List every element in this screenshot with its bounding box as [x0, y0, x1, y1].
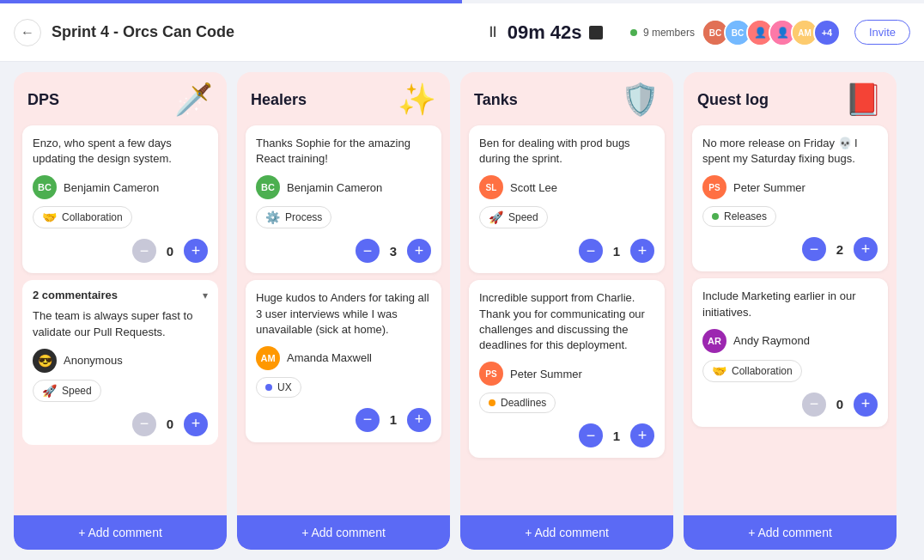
- add-comment-healers[interactable]: + Add comment: [237, 515, 450, 550]
- chevron-down-icon: ▾: [203, 289, 208, 301]
- vote-plus-quest-1[interactable]: +: [854, 237, 878, 261]
- vote-minus-tanks-2[interactable]: −: [579, 423, 603, 447]
- members-section: 9 members BC BC 👤 👤 AM +4 Invite: [630, 19, 910, 46]
- add-comment-quest-log[interactable]: + Add comment: [684, 515, 897, 550]
- user-row-tanks-1: SL Scott Lee: [479, 175, 654, 199]
- releases-dot: [712, 213, 719, 220]
- vote-row-healers-2: − 1 +: [256, 408, 431, 432]
- members-count: 9 members: [643, 27, 695, 39]
- vote-minus-healers-2[interactable]: −: [356, 408, 380, 432]
- tag-collaboration-dps: 🤝 Collaboration: [33, 206, 132, 228]
- vote-row-comment-dps: − 0 +: [33, 412, 208, 436]
- tag-releases-quest: Releases: [702, 206, 776, 227]
- header: ← Sprint 4 - Orcs Can Code ⏸ 09m 42s 9 m…: [0, 3, 924, 62]
- vote-minus-quest-2[interactable]: −: [802, 393, 826, 417]
- deadlines-dot: [489, 399, 495, 406]
- cards-area-quest-log: No more release on Friday 💀 I spent my S…: [684, 122, 897, 512]
- vote-plus-comment-dps[interactable]: +: [184, 412, 208, 436]
- vote-plus-tanks-2[interactable]: +: [630, 423, 654, 447]
- column-quest-log-header: Quest log 📕: [684, 72, 897, 122]
- add-comment-dps[interactable]: + Add comment: [14, 515, 227, 550]
- members-dot: [630, 29, 637, 36]
- tag-ux-label: UX: [277, 381, 292, 393]
- tag-process-label: Process: [285, 211, 322, 223]
- column-quest-log-title: Quest log: [697, 91, 769, 109]
- user-name-tanks-1: Scott Lee: [510, 181, 557, 194]
- back-button[interactable]: ←: [14, 19, 41, 46]
- tanks-icon: 🛡️: [621, 84, 660, 115]
- vote-count-tanks-2: 1: [610, 429, 623, 443]
- vote-plus-healers-1[interactable]: +: [407, 239, 431, 263]
- pause-button[interactable]: ⏸: [485, 23, 501, 41]
- column-healers-header: Healers ✨: [237, 72, 450, 122]
- vote-row-healers-1: − 3 +: [256, 239, 431, 263]
- avatar-bc-healers: BC: [256, 175, 280, 199]
- user-name-healers-2: Amanda Maxwell: [287, 351, 372, 364]
- vote-row-quest-1: − 2 +: [702, 237, 878, 261]
- user-name-quest-1: Peter Summer: [733, 181, 805, 194]
- user-name-healers-1: Benjamin Cameron: [287, 181, 382, 194]
- vote-plus-dps-1[interactable]: +: [184, 239, 208, 263]
- members-label: 9 members: [630, 27, 695, 39]
- user-row-quest-1: PS Peter Summer: [702, 175, 878, 199]
- vote-row-quest-2: − 0 +: [702, 393, 878, 417]
- sprint-title: Sprint 4 - Orcs Can Code: [52, 23, 234, 41]
- vote-plus-tanks-1[interactable]: +: [630, 239, 654, 263]
- card-tanks-1-text: Ben for dealing with prod bugs during th…: [479, 136, 654, 167]
- vote-count-quest-2: 0: [833, 397, 847, 411]
- vote-row-tanks-1: − 1 +: [479, 239, 654, 263]
- quest-log-icon: 📕: [844, 84, 883, 115]
- user-name-dps-1: Benjamin Cameron: [64, 181, 159, 194]
- tag-speed-tanks-label: Speed: [508, 211, 538, 223]
- card-dps-1: Enzo, who spent a few days updating the …: [22, 125, 218, 273]
- speed-icon-tanks: 🚀: [489, 210, 503, 224]
- collaboration-icon-quest: 🤝: [712, 364, 726, 378]
- card-healers-1-text: Thanks Sophie for the amazing React trai…: [256, 136, 431, 167]
- vote-plus-quest-2[interactable]: +: [854, 393, 878, 417]
- card-healers-2-text: Huge kudos to Anders for taking all 3 us…: [256, 290, 431, 338]
- speed-icon: 🚀: [42, 384, 57, 398]
- vote-minus-dps-1[interactable]: −: [132, 239, 156, 263]
- tag-releases-label: Releases: [724, 210, 767, 222]
- card-healers-2: Huge kudos to Anders for taking all 3 us…: [246, 280, 441, 442]
- invite-button[interactable]: Invite: [854, 20, 910, 45]
- comments-count-dps: 2 commentaires: [33, 289, 118, 301]
- collaboration-icon: 🤝: [42, 210, 57, 224]
- user-row-healers-1: BC Benjamin Cameron: [256, 175, 431, 199]
- timer-seconds: 42: [550, 21, 571, 43]
- comment-text-dps: The team is always super fast to validat…: [33, 308, 208, 339]
- cards-area-dps: Enzo, who spent a few days updating the …: [14, 122, 227, 512]
- vote-minus-tanks-1[interactable]: −: [579, 239, 603, 263]
- avatar-ps-tanks: PS: [479, 362, 503, 386]
- svg-text:👤: 👤: [775, 26, 788, 39]
- timer-m: m: [528, 21, 545, 43]
- cards-area-healers: Thanks Sophie for the amazing React trai…: [237, 122, 450, 512]
- timer-display: 09m 42s: [508, 21, 582, 44]
- vote-row-tanks-2: − 1 +: [479, 423, 654, 447]
- avatar-ps-quest: PS: [702, 175, 726, 199]
- card-quest-2-text: Include Marketing earlier in our initiat…: [702, 289, 878, 320]
- column-dps: DPS 🗡️ Enzo, who spent a few days updati…: [14, 72, 227, 550]
- column-dps-header: DPS 🗡️: [14, 72, 227, 122]
- vote-count-comment-dps: 0: [163, 417, 177, 431]
- user-row-tanks-2: PS Peter Summer: [479, 362, 654, 386]
- vote-minus-quest-1[interactable]: −: [802, 237, 826, 261]
- vote-row-dps-1: − 0 +: [33, 239, 208, 263]
- ux-dot: [265, 384, 272, 391]
- vote-count-quest-1: 2: [833, 242, 847, 257]
- stop-button[interactable]: [589, 26, 603, 40]
- card-tanks-1: Ben for dealing with prod bugs during th…: [469, 125, 665, 273]
- vote-minus-comment-dps[interactable]: −: [132, 412, 156, 436]
- svg-text:AM: AM: [798, 28, 812, 38]
- column-healers-title: Healers: [251, 91, 307, 109]
- vote-minus-healers-1[interactable]: −: [356, 239, 380, 263]
- user-row-healers-2: AM Amanda Maxwell: [256, 346, 431, 370]
- comments-toggle-dps[interactable]: 2 commentaires ▾: [33, 289, 208, 301]
- vote-plus-healers-2[interactable]: +: [407, 408, 431, 432]
- user-name-tanks-2: Peter Summer: [510, 368, 582, 380]
- vote-count-dps-1: 0: [163, 244, 177, 259]
- card-quest-1: No more release on Friday 💀 I spent my S…: [692, 125, 888, 271]
- vote-count-healers-1: 3: [386, 244, 400, 259]
- card-healers-1: Thanks Sophie for the amazing React trai…: [246, 125, 441, 273]
- add-comment-tanks[interactable]: + Add comment: [460, 515, 673, 550]
